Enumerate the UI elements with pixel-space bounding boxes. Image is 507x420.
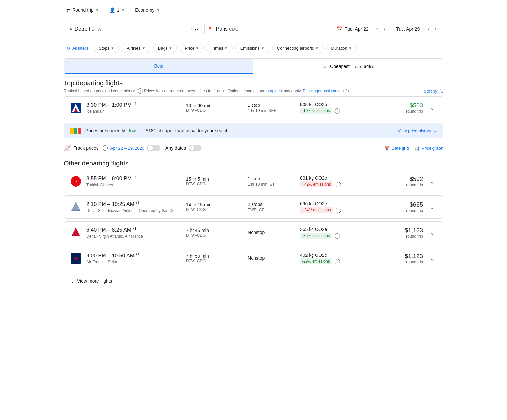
bags-filter-btn[interactable]: Bags ▼	[153, 44, 177, 53]
person-icon: 👤	[109, 7, 115, 13]
tab-best[interactable]: Best	[64, 59, 254, 74]
flight-duration-2: 7 hr 45 min DTW–CDG	[186, 228, 242, 238]
cabin-class-btn[interactable]: Economy ▼	[133, 5, 162, 15]
day-offset: +1	[133, 102, 136, 105]
passengers-label: 1	[117, 7, 120, 13]
price-value: $503	[376, 102, 423, 109]
sort-by-btn[interactable]: Sort by: ⇅	[424, 89, 443, 94]
cabin-class-label: Economy	[135, 7, 154, 13]
track-date-range: Apr 22 – 29, 2025	[110, 146, 144, 151]
passenger-assistance-link[interactable]: Passenger assistance	[303, 89, 341, 93]
any-dates-label: Any dates	[165, 145, 186, 151]
tab-cheapest[interactable]: 🏷 Cheapest from $463	[254, 59, 443, 74]
flight-price-3: $1,123 round trip	[376, 253, 423, 264]
emissions-info-icon-1[interactable]: i	[336, 208, 341, 213]
calendar-grid-icon: 📅	[384, 146, 390, 151]
svg-marker-6	[72, 203, 80, 210]
emissions-info-icon-3[interactable]: i	[335, 259, 340, 264]
track-prices-info-icon[interactable]: i	[103, 145, 108, 151]
top-bar: ⇄ Round trip ▼ 👤 1 ▼ Economy ▼	[64, 5, 443, 15]
flight-stops-2: Nonstop	[248, 230, 295, 236]
trip-type-label: Round trip	[72, 7, 94, 13]
depart-prev-btn[interactable]: ‹	[375, 25, 379, 33]
bag-fees-link[interactable]: bag fees	[266, 89, 282, 93]
other-flight-card-1[interactable]: 2:10 PM – 10:25 AM +1 Delta, Scandinavia…	[64, 195, 443, 219]
price-graph-btn[interactable]: 📊 Price graph	[414, 146, 443, 151]
times-filter-btn[interactable]: Times ▼	[207, 44, 233, 53]
flight-times-2: 6:40 PM – 8:25 AM +1 Delta · Virgin Atla…	[86, 227, 181, 238]
swap-icon: ⇄	[66, 7, 70, 13]
low-text: low	[129, 128, 136, 133]
all-filters-btn[interactable]: ⚙ All filters	[64, 44, 91, 53]
flight-stops-0: 1 stop 1 hr 10 min IST	[248, 176, 295, 187]
track-prices-toggle[interactable]	[147, 145, 160, 151]
other-flight-card-0[interactable]: TK 8:55 PM – 6:00 PM +1 Turkish Airlines…	[64, 170, 443, 193]
duration-value: 10 hr 30 min	[186, 103, 242, 108]
expand-flight-btn-0[interactable]: ⌄	[428, 176, 436, 187]
flight-emissions-0: 801 kg CO2e +42% emissions i	[300, 175, 371, 187]
expand-flight-btn-3[interactable]: ⌄	[428, 253, 436, 264]
price-graph-icon: 📊	[414, 146, 420, 151]
date-grid-btn[interactable]: 📅 Date grid	[384, 146, 409, 151]
airlines-filter-btn[interactable]: Airlines ▼	[122, 44, 150, 53]
other-flights-list: TK 8:55 PM – 6:00 PM +1 Turkish Airlines…	[64, 170, 443, 270]
search-bar: ● Detroit DTW ⇄ 📍 Paris CDG 📅 T	[64, 20, 443, 38]
sort-icon: ⇅	[440, 89, 443, 94]
route-value: DTW–CDG	[186, 108, 242, 113]
destination-field[interactable]: 📍 Paris CDG	[207, 26, 327, 32]
top-flight-duration: 10 hr 30 min DTW–CDG	[186, 103, 242, 113]
emissions-info-icon-0[interactable]: i	[336, 182, 341, 187]
emissions-info-icon[interactable]: i	[335, 108, 340, 114]
top-flight-emissions: 505 kg CO2e -10% emissions i	[300, 102, 371, 114]
expand-flight-btn-2[interactable]: ⌄	[428, 227, 436, 238]
return-next-btn[interactable]: ›	[433, 25, 438, 33]
flight-times-0: 8:55 PM – 6:00 PM +1 Turkish Airlines	[86, 175, 181, 187]
depart-time: 8:30 PM	[86, 103, 106, 108]
flight-stops-3: Nonstop	[248, 255, 295, 261]
price-banner-text: ███ Prices are currently low — $181 chea…	[70, 128, 229, 133]
subtitle-info-icon[interactable]: i	[138, 88, 143, 94]
other-flight-card-3[interactable]: AF 9:00 PM – 10:50 AM +1 Air France · De…	[64, 247, 443, 270]
any-dates-section: Any dates	[165, 145, 202, 151]
top-flight-times: 8:30 PM – 1:00 PM +1 Icelandair	[86, 102, 181, 113]
top-flight-card[interactable]: 8:30 PM – 1:00 PM +1 Icelandair 10 hr 30…	[64, 96, 443, 119]
any-dates-toggle[interactable]	[189, 145, 202, 151]
origin-field[interactable]: ● Detroit DTW	[69, 26, 189, 32]
price-chevron: ▼	[196, 46, 199, 50]
swap-airports-btn[interactable]: ⇄	[191, 24, 202, 34]
passengers-btn[interactable]: 👤 1 ▼	[107, 5, 128, 15]
destination-city: Paris	[216, 26, 227, 32]
calendar-icon: 📅	[337, 26, 342, 32]
track-prices-right: 📅 Date grid 📊 Price graph	[384, 146, 443, 151]
connecting-airports-chevron: ▼	[315, 46, 319, 50]
other-flights-title: Other departing flights	[64, 160, 443, 167]
duration-chevron: ▼	[349, 46, 352, 50]
top-flights-title: Top departing flights	[64, 79, 443, 87]
return-prev-btn[interactable]: ‹	[426, 25, 431, 33]
stops-filter-btn[interactable]: Stops ▼	[94, 44, 119, 53]
trip-type-btn[interactable]: ⇄ Round trip ▼	[64, 5, 102, 15]
date-divider	[330, 24, 330, 34]
expand-top-flight-btn[interactable]: ⌄	[428, 103, 436, 113]
view-more-btn[interactable]: ⌄ View more flights	[64, 273, 443, 289]
duration-filter-btn[interactable]: Duration ▼	[326, 44, 357, 53]
svg-marker-7	[71, 228, 80, 236]
track-prices-label: Track prices	[74, 145, 99, 151]
view-price-history-btn[interactable]: View price history ⌄	[398, 128, 437, 133]
connecting-airports-filter-btn[interactable]: Connecting airports ▼	[272, 44, 324, 53]
price-filter-btn[interactable]: Price ▼	[180, 44, 204, 53]
passengers-chevron: ▼	[121, 8, 125, 12]
emissions-info-icon-2[interactable]: i	[335, 233, 340, 239]
flight-duration-1: 14 hr 15 min DTW–CDG	[186, 202, 242, 212]
depart-date-field[interactable]: 📅 Tue, Apr 22	[333, 26, 373, 32]
other-flight-card-2[interactable]: 6:40 PM – 8:25 AM +1 Delta · Virgin Atla…	[64, 221, 443, 244]
turkish-airlines-logo: TK	[71, 176, 81, 187]
emissions-filter-btn[interactable]: Emissions ▼	[235, 44, 269, 53]
destination-code: CDG	[229, 27, 239, 32]
view-more-label: View more flights	[77, 278, 112, 284]
expand-flight-btn-1[interactable]: ⌄	[428, 202, 436, 212]
return-date-field[interactable]: Tue, Apr 29	[392, 26, 424, 32]
depart-next-btn[interactable]: ›	[382, 25, 386, 33]
origin-icon: ●	[69, 26, 72, 32]
delta-sas-logo	[71, 201, 81, 213]
